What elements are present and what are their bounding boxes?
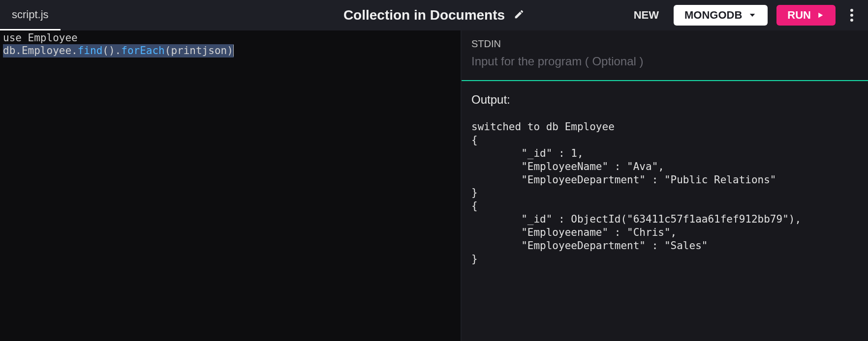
title-wrap: Collection in Documents [343,7,525,23]
code-token: ( [165,45,171,57]
code-token: printjson [171,45,227,57]
right-controls: NEW MONGODB RUN [628,5,868,26]
page-title: Collection in Documents [343,7,505,23]
svg-point-1 [850,14,853,17]
edit-title-icon[interactable] [514,9,525,22]
play-icon [816,11,825,20]
stdin-input[interactable] [471,55,858,68]
stdin-label: STDIN [471,38,858,50]
code-token: use [3,32,22,44]
code-token: forEach [121,45,165,57]
top-bar: script.js Collection in Documents NEW MO… [0,0,868,30]
code-editor[interactable]: use Employee db.Employee.find().forEach(… [0,30,461,341]
language-select-button[interactable]: MONGODB [674,5,768,26]
code-token: find [78,45,103,57]
code-token: ) [227,45,234,57]
editor-line: use Employee [0,31,461,44]
run-button-label: RUN [787,9,811,22]
new-button[interactable]: NEW [628,9,665,22]
file-tab-label: script.js [12,8,49,21]
code-token: db.Employee. [3,45,78,57]
right-pane: STDIN Output: switched to db Employee { … [461,30,868,341]
more-menu-button[interactable] [844,5,859,25]
chevron-down-icon [748,11,757,20]
stdin-block: STDIN [462,30,868,81]
output-title: Output: [471,93,858,107]
output-block: Output: switched to db Employee { "_id" … [462,81,868,341]
main-area: use Employee db.Employee.find().forEach(… [0,30,868,341]
language-select-label: MONGODB [684,9,742,22]
svg-point-2 [850,19,853,22]
svg-point-0 [850,9,853,12]
run-button[interactable]: RUN [776,5,836,26]
kebab-icon [850,9,853,22]
file-tab[interactable]: script.js [0,0,61,30]
code-token: (). [102,45,121,57]
output-text: switched to db Employee { "_id" : 1, "Em… [471,120,858,266]
editor-line: db.Employee.find().forEach(printjson) [0,44,461,57]
code-token: Employee [22,32,78,44]
